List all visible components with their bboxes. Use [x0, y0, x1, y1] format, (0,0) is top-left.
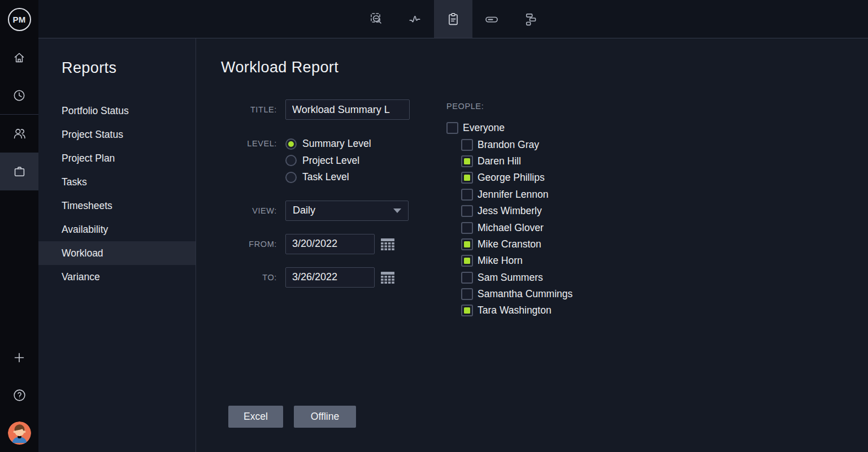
projects-briefcase-icon[interactable] — [0, 153, 38, 190]
people-label: PEOPLE: — [446, 102, 572, 111]
person-row-mike-horn[interactable]: Mike Horn — [461, 253, 572, 269]
person-row-mike-cranston[interactable]: Mike Cranston — [461, 236, 572, 253]
person-checkbox[interactable] — [461, 305, 473, 316]
sidebar-item-availability[interactable]: Availability — [38, 218, 196, 241]
task-bar-icon[interactable] — [472, 0, 511, 38]
sidebar-item-timesheets[interactable]: Timesheets — [38, 194, 196, 218]
person-row-michael-glover[interactable]: Michael Glover — [461, 219, 572, 236]
person-name: Tara Washington — [478, 305, 552, 316]
radio-icon[interactable] — [285, 172, 297, 183]
sidebar-item-portfolio-status[interactable]: Portfolio Status — [38, 99, 196, 123]
person-row-tara-washington[interactable]: Tara Washington — [461, 302, 572, 319]
offline-button[interactable]: Offline — [294, 406, 356, 428]
person-row-jess-wimberly[interactable]: Jess Wimberly — [461, 203, 572, 219]
view-select[interactable]: Daily — [285, 201, 409, 221]
pm-logo[interactable]: PM — [8, 8, 31, 31]
person-row-george-phillips[interactable]: George Phillips — [461, 169, 572, 186]
person-checkbox[interactable] — [461, 205, 473, 217]
everyone-row[interactable]: Everyone — [446, 120, 572, 136]
logo-cell: PM — [0, 0, 38, 38]
sidebar-item-tasks[interactable]: Tasks — [38, 170, 196, 194]
to-label: TO: — [221, 273, 277, 282]
clock-icon[interactable] — [0, 76, 38, 114]
help-icon[interactable] — [0, 376, 38, 414]
left-rail — [0, 38, 38, 452]
person-row-sam-summers[interactable]: Sam Summers — [461, 270, 572, 286]
title-label: TITLE: — [221, 105, 277, 114]
person-checkbox[interactable] — [461, 139, 473, 151]
level-radio-group: Summary LevelProject LevelTask Level — [285, 136, 371, 186]
person-name: Michael Glover — [478, 222, 544, 234]
everyone-label: Everyone — [463, 122, 505, 134]
radio-label: Task Level — [302, 171, 349, 183]
view-label: VIEW: — [221, 206, 277, 215]
level-option-task-level[interactable]: Task Level — [285, 169, 371, 186]
person-checkbox[interactable] — [461, 155, 473, 167]
person-row-jennifer-lennon[interactable]: Jennifer Lennon — [461, 186, 572, 203]
main-panel: Workload Report TITLE: LEVEL: Summary Le… — [196, 38, 868, 452]
person-checkbox[interactable] — [461, 238, 473, 250]
to-date-input[interactable] — [285, 267, 375, 288]
person-row-samantha-cummings[interactable]: Samantha Cummings — [461, 286, 572, 302]
people-list: Brandon GrayDaren HillGeorge PhillipsJen… — [446, 136, 572, 319]
sidebar-title: Reports — [62, 59, 196, 77]
person-name: Brandon Gray — [478, 139, 539, 151]
app-window: PM — [0, 0, 868, 452]
from-calendar-icon[interactable] — [380, 237, 395, 251]
from-label: FROM: — [221, 240, 277, 249]
rail-spacer — [0, 190, 38, 338]
radio-label: Summary Level — [302, 138, 371, 150]
person-name: Sam Summers — [478, 272, 543, 284]
profile-avatar[interactable] — [0, 414, 38, 452]
home-icon[interactable] — [0, 38, 38, 76]
view-select-value: Daily — [293, 205, 315, 216]
sidebar-item-project-plan[interactable]: Project Plan — [38, 146, 196, 170]
person-checkbox[interactable] — [461, 288, 473, 300]
topbar — [38, 0, 868, 38]
person-checkbox[interactable] — [461, 255, 473, 267]
person-name: Mike Horn — [478, 255, 523, 267]
title-input[interactable] — [285, 99, 410, 120]
level-option-project-level[interactable]: Project Level — [285, 153, 371, 169]
people-panel: PEOPLE: Everyone Brandon GrayDaren HillG… — [446, 102, 572, 319]
sidebar-list: Portfolio StatusProject StatusProject Pl… — [38, 99, 196, 289]
chevron-down-icon — [393, 208, 401, 213]
from-date-input[interactable] — [285, 234, 375, 254]
excel-button[interactable]: Excel — [228, 406, 283, 428]
add-plus-icon[interactable] — [0, 338, 38, 376]
export-buttons: Excel Offline — [228, 406, 868, 428]
radio-icon[interactable] — [285, 155, 297, 166]
everyone-checkbox[interactable] — [446, 122, 458, 134]
person-name: Daren Hill — [478, 155, 521, 167]
person-name: Samantha Cummings — [478, 288, 572, 300]
person-checkbox[interactable] — [461, 172, 473, 184]
person-checkbox[interactable] — [461, 272, 473, 284]
person-row-brandon-gray[interactable]: Brandon Gray — [461, 136, 572, 153]
workflow-blocks-icon[interactable] — [511, 0, 549, 38]
person-name: George Phillips — [478, 172, 545, 184]
radio-icon[interactable] — [285, 138, 297, 150]
sidebar-item-variance[interactable]: Variance — [38, 265, 196, 289]
person-name: Jennifer Lennon — [478, 189, 549, 201]
person-checkbox[interactable] — [461, 189, 473, 201]
radio-label: Project Level — [302, 155, 359, 167]
sidebar-item-project-status[interactable]: Project Status — [38, 123, 196, 146]
team-icon[interactable] — [0, 115, 38, 153]
level-label: LEVEL: — [221, 136, 277, 148]
to-calendar-icon[interactable] — [380, 271, 395, 284]
person-name: Jess Wimberly — [478, 205, 542, 217]
sidebar-item-workload[interactable]: Workload — [38, 241, 196, 265]
search-select-icon[interactable] — [357, 0, 396, 38]
page-title: Workload Report — [221, 59, 868, 76]
reports-sidebar: Reports Portfolio StatusProject StatusPr… — [38, 38, 196, 452]
person-checkbox[interactable] — [461, 222, 473, 234]
reports-clipboard-icon[interactable] — [434, 0, 472, 38]
level-option-summary-level[interactable]: Summary Level — [285, 136, 371, 153]
person-row-daren-hill[interactable]: Daren Hill — [461, 153, 572, 169]
activity-pulse-icon[interactable] — [396, 0, 434, 38]
avatar-image — [8, 421, 31, 445]
person-name: Mike Cranston — [478, 238, 541, 250]
